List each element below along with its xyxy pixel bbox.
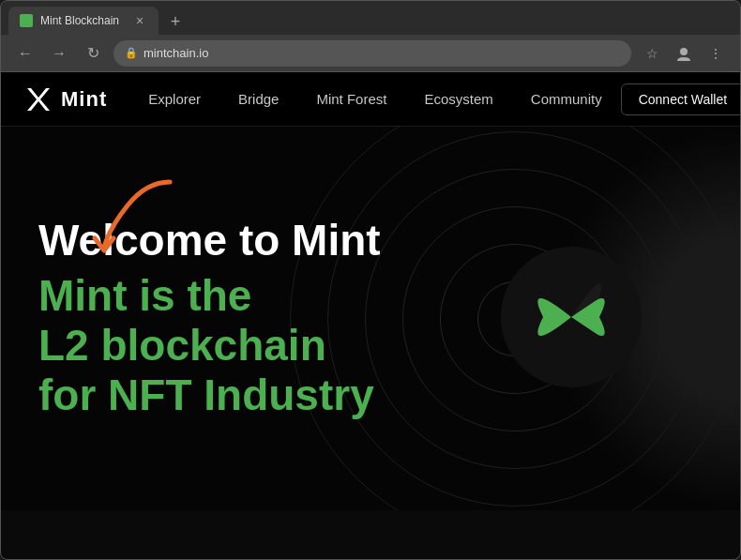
- forward-button[interactable]: →: [46, 40, 72, 67]
- connect-wallet-button[interactable]: Connect Wallet: [621, 83, 740, 115]
- nav-item-mint-forest[interactable]: Mint Forest: [297, 72, 405, 127]
- nav-item-ecosystem[interactable]: Ecosystem: [405, 72, 511, 127]
- toolbar-right: ☆ ⋮: [639, 40, 729, 67]
- lock-icon: 🔒: [125, 47, 138, 59]
- hero-subtitle: Mint is the L2 blockchain for NFT Indust…: [38, 271, 381, 420]
- bookmark-button[interactable]: ☆: [639, 40, 665, 67]
- svg-point-0: [680, 48, 688, 55]
- tab-bar: Mint Blockchain × +: [1, 1, 740, 35]
- hero-title: Welcome to Mint: [38, 217, 381, 265]
- tab-title: Mint Blockchain: [40, 14, 125, 27]
- browser-frame: Mint Blockchain × + ← → ↻ 🔒 mintchain.io…: [0, 0, 741, 560]
- hero-subtitle-line2: L2 blockchain: [38, 321, 381, 371]
- site-navbar: Mint Explorer Bridge Mint Forest Ecosyst…: [1, 72, 740, 127]
- hero-section: Welcome to Mint Mint is the L2 blockchai…: [1, 127, 740, 510]
- nav-item-explorer[interactable]: Explorer: [129, 72, 219, 127]
- hero-subtitle-line3: for NFT Industry: [38, 371, 381, 420]
- new-tab-button[interactable]: +: [162, 8, 189, 35]
- hero-text-block: Welcome to Mint Mint is the L2 blockchai…: [38, 217, 381, 420]
- menu-button[interactable]: ⋮: [703, 40, 729, 67]
- tab-close-button[interactable]: ×: [132, 13, 147, 28]
- tab-favicon: [20, 14, 33, 27]
- url-text: mintchain.io: [144, 46, 208, 60]
- logo-icon: [23, 84, 53, 114]
- browser-toolbar: ← → ↻ 🔒 mintchain.io ☆ ⋮: [1, 35, 740, 72]
- back-button[interactable]: ←: [12, 40, 38, 67]
- profile-button[interactable]: [671, 40, 697, 67]
- browser-tab[interactable]: Mint Blockchain ×: [8, 7, 159, 35]
- logo-text: Mint: [61, 87, 107, 112]
- nav-item-bridge[interactable]: Bridge: [219, 72, 297, 127]
- nav-item-community[interactable]: Community: [512, 72, 621, 127]
- site-logo[interactable]: Mint: [23, 84, 107, 114]
- reload-button[interactable]: ↻: [80, 40, 106, 67]
- hero-subtitle-line1: Mint is the: [38, 271, 381, 321]
- hero-logo-graphic: [496, 242, 646, 396]
- address-bar[interactable]: 🔒 mintchain.io: [113, 40, 631, 67]
- nav-links: Explorer Bridge Mint Forest Ecosystem Co…: [129, 72, 620, 127]
- page-content: Mint Explorer Bridge Mint Forest Ecosyst…: [1, 72, 740, 559]
